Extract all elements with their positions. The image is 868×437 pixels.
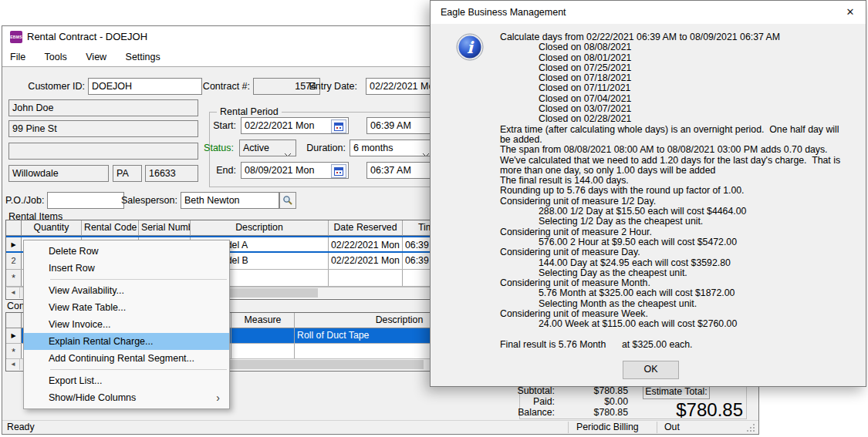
statusbar-divider xyxy=(568,422,569,433)
dialog-line xyxy=(500,330,859,340)
start-date-field[interactable]: 02/22/2021 Mon xyxy=(241,117,349,134)
grid-cell[interactable]: 02/22/2021 Mon xyxy=(329,253,403,269)
statusbar-divider xyxy=(657,422,657,433)
menu-file[interactable]: File xyxy=(2,48,33,66)
salesperson-search-button[interactable] xyxy=(279,192,296,209)
scroll-left-icon[interactable]: ◄ xyxy=(7,287,20,298)
dialog-line: Final result is 5.76 Month at $325.00 ea… xyxy=(500,340,859,350)
row-number[interactable]: 2 xyxy=(6,253,22,269)
grid-cell[interactable] xyxy=(329,270,403,286)
menu-separator xyxy=(24,367,229,372)
menu-separator xyxy=(24,277,229,282)
dialog-line: Closed on 07/11/2021 xyxy=(500,83,859,93)
salesperson-label: Salesperson: xyxy=(120,192,177,209)
customer-id-field[interactable]: DOEJOH xyxy=(88,78,202,95)
duration-dropdown[interactable]: 6 months xyxy=(350,140,434,156)
duration-label: Duration: xyxy=(269,140,346,156)
menu-item-view-availability[interactable]: View Availability... xyxy=(24,282,229,299)
dialog-message: Calculate days from 02/22/2021 06:39 AM … xyxy=(500,32,859,350)
eagle-business-management-dialog: Eagle Business Management ✕ i Calculate … xyxy=(430,0,866,387)
subtotal-value: $780.85 xyxy=(551,386,628,396)
scroll-left-icon[interactable]: ◄ xyxy=(7,359,20,370)
menu-item-delete-row[interactable]: Delete Row xyxy=(24,243,229,260)
ok-button[interactable]: OK xyxy=(623,361,679,379)
dialog-line: Closed on 02/28/2021 xyxy=(500,114,859,124)
grid-cell[interactable] xyxy=(231,328,295,343)
dialog-line: be added. xyxy=(500,135,859,145)
column-header-description[interactable]: Description xyxy=(191,220,329,236)
row-current-icon[interactable]: ▶ xyxy=(6,237,22,251)
dialog-line: 144.00 Day at $24.95 each will cost $359… xyxy=(500,258,859,268)
customer-name-field[interactable]: John Doe xyxy=(8,99,198,116)
menu-item-explain-rental-charge[interactable]: Explain Rental Charge... xyxy=(24,333,229,350)
calendar-icon xyxy=(334,167,343,176)
menu-item-add-continuing-rental-segment[interactable]: Add Continuing Rental Segment... xyxy=(24,350,229,367)
dialog-line: 576.00 2 Hour at $9.50 each will cost $5… xyxy=(500,237,859,247)
menu-item-view-rate-table[interactable]: View Rate Table... xyxy=(24,299,229,316)
entry-date-label: Entry Date: xyxy=(300,78,357,95)
status-label: Status: xyxy=(191,140,234,156)
menu-item-export-list[interactable]: Export List... xyxy=(24,372,229,389)
zip-field[interactable]: 16633 xyxy=(145,165,198,182)
dialog-line: Closed on 07/04/2021 xyxy=(500,94,859,104)
column-header-date-reserved[interactable]: Date Reserved xyxy=(329,220,403,236)
dialog-line: 24.00 Week at $115.00 each will cost $27… xyxy=(500,319,859,329)
address2-field[interactable] xyxy=(8,143,198,160)
column-header-quantity[interactable]: Quantity xyxy=(22,220,82,236)
subtotal-label: Subtotal: xyxy=(478,386,555,396)
dialog-line: more than one day, so only 1.00 days wil… xyxy=(500,166,859,176)
dialog-title-bar[interactable]: Eagle Business Management ✕ xyxy=(431,1,866,24)
info-icon: i xyxy=(456,33,484,61)
column-header-serial-number[interactable]: Serial Number xyxy=(139,220,191,236)
menu-tools[interactable]: Tools xyxy=(37,48,75,66)
column-header-rental-code[interactable]: Rental Code xyxy=(82,220,139,236)
menu-item-view-invoice[interactable]: View Invoice... xyxy=(24,316,229,333)
salesperson-field[interactable]: Beth Newton xyxy=(181,192,279,209)
dialog-line: Selecting 1/2 Day as the cheapest unit. xyxy=(500,217,859,227)
status-bar: Ready Periodic Billing Out xyxy=(2,420,758,434)
dialog-line: Closed on 03/07/2021 xyxy=(500,104,859,114)
grid-context-menu: Delete RowInsert RowView Availability...… xyxy=(23,240,230,409)
grid-cell[interactable] xyxy=(231,344,295,358)
start-date-calendar-button[interactable] xyxy=(331,119,346,133)
menu-settings[interactable]: Settings xyxy=(118,48,168,66)
paid-value: $0.00 xyxy=(551,397,628,407)
row-new-icon[interactable]: * xyxy=(6,270,22,286)
grid-corner-cell xyxy=(6,220,22,236)
dialog-line: Closed on 07/25/2021 xyxy=(500,63,859,73)
dialog-line: Closed on 08/08/2021 xyxy=(500,42,859,52)
menu-view[interactable]: View xyxy=(78,48,114,66)
menu-item-show-hide-columns[interactable]: Show/Hide Columns› xyxy=(24,389,229,406)
paid-label: Paid: xyxy=(478,397,555,407)
end-date-calendar-button[interactable] xyxy=(331,164,346,178)
state-field[interactable]: PA xyxy=(113,165,142,182)
grid-cell[interactable]: 02/22/2021 Mon xyxy=(329,237,403,251)
dialog-title: Eagle Business Management xyxy=(441,1,566,24)
contract-number-label: Contract #: xyxy=(188,78,250,95)
balance-label: Balance: xyxy=(478,408,555,418)
row-new-icon[interactable]: * xyxy=(6,344,22,358)
close-icon[interactable]: ✕ xyxy=(843,5,857,19)
start-label: Start: xyxy=(191,117,236,134)
menu-item-insert-row[interactable]: Insert Row xyxy=(24,260,229,277)
resize-grip[interactable] xyxy=(747,424,755,432)
end-date-field[interactable]: 08/09/2021 Mon xyxy=(241,162,349,179)
column-header-measure[interactable]: Measure xyxy=(231,313,295,328)
dialog-line: Closed on 08/01/2021 xyxy=(500,53,859,63)
street-field[interactable]: 99 Pine St xyxy=(8,120,198,137)
dialog-line: Calculate days from 02/22/2021 06:39 AM … xyxy=(500,32,859,42)
city-field[interactable]: Willowdale xyxy=(8,165,109,182)
dialog-line: 288.00 1/2 Day at $15.50 each will cost … xyxy=(500,207,859,217)
window-title: Rental Contract - DOEJOH xyxy=(27,26,147,48)
dialog-line: Considering unit of measure 2 Hour. xyxy=(500,227,859,237)
row-current-icon[interactable]: ▶ xyxy=(6,328,22,343)
dialog-line: Considering unit of measure Month. xyxy=(500,278,859,288)
calendar-icon xyxy=(334,123,343,131)
balance-value: $780.85 xyxy=(551,408,628,418)
dialog-line: Rounding up to 5.76 days with the round … xyxy=(500,186,859,196)
search-icon xyxy=(282,195,293,206)
screen: EBMS Rental Contract - DOEJOH File Tools… xyxy=(0,0,868,437)
submenu-arrow-icon: › xyxy=(216,389,220,406)
po-job-field[interactable] xyxy=(47,192,124,209)
po-job-label: P.O./Job: xyxy=(5,192,44,209)
